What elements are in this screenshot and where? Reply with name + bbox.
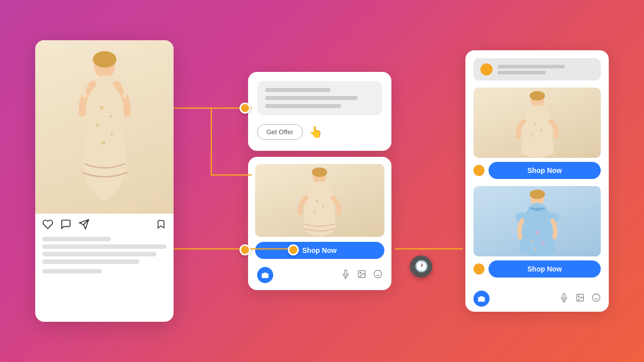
svg-point-5 (110, 133, 113, 136)
svg-point-10 (312, 167, 327, 177)
image-icon-right[interactable] (576, 293, 585, 304)
comment-icon[interactable] (60, 219, 71, 230)
right-top-bar (473, 58, 601, 80)
svg-point-11 (316, 200, 318, 202)
svg-point-12 (323, 206, 325, 208)
clock-icon: 🕐 (415, 260, 428, 273)
right-product-image-2 (473, 186, 601, 256)
svg-point-13 (314, 212, 316, 214)
svg-point-40 (593, 294, 600, 302)
svg-point-18 (360, 272, 361, 273)
svg-point-4 (96, 124, 99, 127)
sticker-icon-right[interactable] (592, 293, 601, 304)
clock-badge: 🕐 (410, 255, 432, 278)
post-caption (35, 235, 174, 322)
right-shop-now-row-1: Shop Now (473, 162, 601, 179)
svg-point-1 (93, 51, 116, 68)
post-image (35, 40, 174, 214)
right-top-lines (498, 65, 594, 74)
bubble-line-1 (265, 88, 331, 92)
caption-line-5 (42, 269, 102, 274)
left-phone (35, 40, 174, 322)
right-avatar-dot (480, 63, 493, 75)
chat-card: Get Offer 👆 (248, 72, 391, 151)
svg-point-23 (529, 91, 544, 101)
right-connector-dot-1 (473, 165, 485, 176)
get-offer-button[interactable]: Get Offer (257, 124, 303, 140)
sticker-icon-middle[interactable] (373, 269, 382, 281)
middle-bottom-icons (341, 269, 382, 281)
camera-icon-right[interactable] (473, 291, 490, 307)
right-product-2: Shop Now (473, 186, 601, 278)
svg-point-32 (530, 240, 533, 243)
right-dress-1 (486, 91, 588, 158)
scene: 🕐 (35, 20, 609, 342)
right-product-1: Shop Now (473, 87, 601, 179)
camera-icon-middle[interactable] (257, 267, 273, 283)
image-icon-middle[interactable] (357, 269, 366, 281)
bookmark-icon[interactable] (155, 219, 167, 230)
chat-bubble (257, 81, 382, 115)
connector-dot-1 (239, 103, 251, 114)
product-image-middle (255, 164, 384, 237)
right-card-bottom (473, 289, 601, 307)
middle-card-bottom (255, 264, 384, 283)
svg-point-25 (540, 129, 542, 131)
product-dress-middle (268, 167, 371, 237)
shop-now-button-middle[interactable]: Shop Now (255, 242, 384, 259)
get-offer-row: Get Offer 👆 (257, 120, 382, 142)
svg-point-2 (100, 106, 103, 110)
bubble-line-2 (265, 96, 358, 100)
shop-now-button-right-2[interactable]: Shop Now (489, 260, 601, 278)
svg-point-26 (531, 135, 533, 137)
shop-now-button-right-1[interactable]: Shop Now (489, 162, 601, 179)
mic-icon-middle[interactable] (341, 269, 350, 281)
bubble-line-3 (265, 104, 342, 108)
connector-dot-2 (239, 244, 251, 255)
svg-point-6 (102, 141, 105, 145)
like-icon[interactable] (42, 219, 53, 230)
connector-dot-3 (288, 244, 299, 255)
cursor-icon: 👆 (309, 126, 323, 139)
right-bottom-icons (559, 293, 601, 304)
caption-line-4 (42, 259, 139, 264)
svg-point-39 (578, 296, 579, 297)
caption-line-3 (42, 252, 156, 256)
caption-line-2 (42, 244, 167, 249)
svg-point-33 (541, 241, 545, 245)
svg-point-24 (533, 123, 536, 126)
svg-point-31 (535, 231, 539, 235)
svg-point-3 (109, 116, 112, 118)
right-dress-2 (486, 190, 588, 256)
right-top-line-2 (498, 71, 546, 74)
right-product-image-1 (473, 87, 601, 158)
right-top-line-1 (498, 65, 565, 68)
svg-point-34 (533, 248, 536, 251)
svg-point-28 (529, 190, 544, 199)
post-actions (35, 214, 174, 235)
right-shop-now-row-2: Shop Now (473, 260, 601, 278)
right-connector-dot-2 (473, 263, 485, 275)
share-icon[interactable] (78, 219, 90, 230)
product-card-middle: Shop Now (248, 157, 391, 290)
middle-panel: Get Offer 👆 Shop Now (248, 72, 391, 290)
mic-icon-right[interactable] (559, 293, 569, 304)
caption-line-1 (42, 237, 111, 241)
right-panel: Shop Now (465, 50, 609, 312)
svg-point-19 (374, 270, 381, 278)
dress-silhouette-left (49, 49, 160, 214)
